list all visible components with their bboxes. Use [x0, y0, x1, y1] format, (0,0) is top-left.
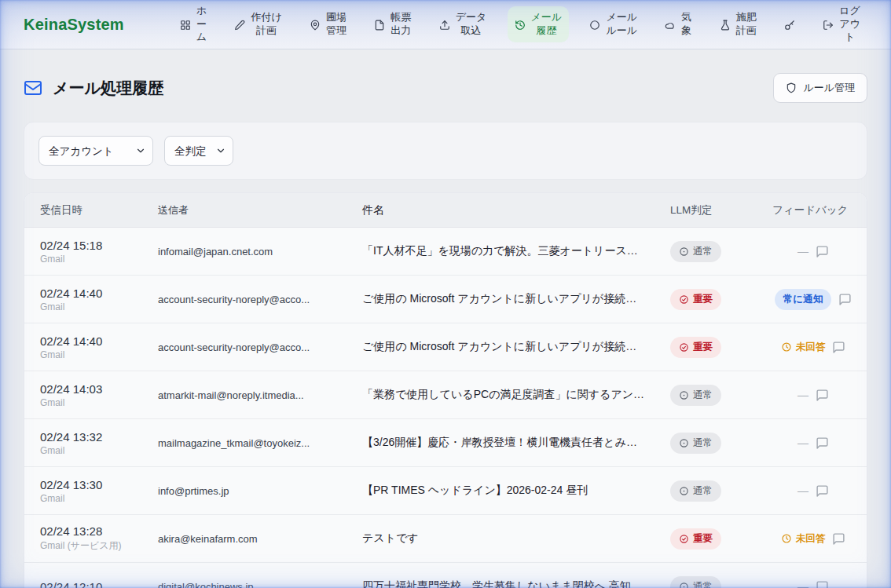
judgment-label: 重要 [693, 293, 713, 306]
llm-judgment-badge: 通常 [670, 433, 721, 454]
judgment-filter-select[interactable]: 全判定 [164, 136, 233, 166]
nav-item-label: 帳票 出力 [390, 11, 411, 38]
judgment-icon [679, 390, 689, 400]
header-feedback: フィードバック [757, 203, 867, 217]
mail-subject: 「業務で使用しているPCの満足度調査」に関するアンケート ≪... [346, 388, 654, 402]
map-pin-icon [310, 17, 321, 31]
nav-item-label: 作付け 計画 [251, 11, 281, 38]
sender-email: digital@kochinews.jp [142, 581, 346, 588]
sender-email: akira@keinafarm.com [142, 533, 346, 545]
comment-icon[interactable] [832, 532, 845, 546]
mail-subject: ご使用の Microsoft アカウントに新しいアプリが接続されました [346, 340, 654, 354]
mail-subject: テストです [346, 531, 654, 546]
main-content: メール処理履歴 ルール管理 全アカウント 全判定 受信日時 送信者 件名 LLM… [0, 49, 891, 588]
comment-icon[interactable] [816, 436, 829, 450]
clock-icon [781, 341, 792, 352]
table-row[interactable]: 02/24 13:30 Gmail info@prtimes.jp 【PR TI… [24, 467, 867, 515]
account-label: Gmail [40, 445, 142, 456]
feedback-unanswered-label: 未回答 [796, 532, 826, 546]
filter-bar: 全アカウント 全判定 [24, 122, 867, 180]
feedback-empty: — [798, 484, 808, 497]
pencil-icon [234, 17, 245, 31]
judgment-icon [679, 582, 689, 588]
judgment-icon [679, 438, 689, 448]
received-datetime: 02/24 13:28 [40, 524, 142, 538]
nav-item-field-management[interactable]: 圃場 管理 [302, 6, 354, 42]
judgment-icon [679, 247, 689, 257]
feedback-empty: — [798, 245, 808, 257]
judgment-label: 通常 [693, 436, 713, 450]
judgment-label: 通常 [693, 245, 713, 258]
table-row[interactable]: 02/24 14:03 Gmail atmarkit-mail@noreply.… [24, 371, 867, 419]
nav-item-weather[interactable]: 気 象 [658, 6, 698, 42]
comment-icon[interactable] [816, 245, 829, 258]
received-datetime: 02/24 12:10 [40, 580, 142, 588]
nav-item-planting-plan[interactable]: 作付け 計画 [227, 6, 288, 42]
mail-subject: ご使用の Microsoft アカウントに新しいアプリが接続されました [346, 292, 654, 306]
grid-icon [180, 17, 191, 31]
nav-item-label: メール 履歴 [531, 11, 563, 38]
feedback-empty: — [798, 580, 808, 588]
feedback-unanswered-label: 未回答 [796, 341, 826, 354]
mail-subject: 四万十福祉専門学校、学生募集しないまま閉校へ 高知県... [346, 579, 654, 588]
nav-item-home[interactable]: ホ ー ム [173, 2, 214, 46]
judgment-icon [679, 486, 689, 496]
nav-item-data-import[interactable]: データ 取込 [432, 6, 494, 42]
table-row[interactable]: 02/24 13:32 Gmail mailmagazine_tkmail@to… [24, 419, 867, 467]
received-datetime: 02/24 13:30 [40, 478, 142, 491]
header-subject: 件名 [346, 203, 654, 217]
circle-icon [589, 17, 600, 31]
nav-item-label: メール ルール [606, 11, 637, 38]
received-datetime: 02/24 14:40 [40, 334, 142, 348]
sender-email: atmarkit-mail@noreply.itmedia... [142, 389, 346, 401]
feedback-empty: — [798, 389, 808, 401]
nav-item-report-output[interactable]: 帳票 出力 [367, 6, 418, 42]
account-label: Gmail [40, 397, 142, 408]
brand-logo[interactable]: KeinaSystem [24, 16, 124, 34]
rule-management-button[interactable]: ルール管理 [773, 73, 867, 103]
comment-icon[interactable] [832, 341, 845, 354]
llm-judgment-badge: 通常 [670, 385, 721, 406]
table-header-row: 受信日時 送信者 件名 LLM判定 フィードバック [24, 193, 867, 228]
sender-email: infomail@japan.cnet.com [142, 246, 346, 257]
sender-email: info@prtimes.jp [142, 485, 346, 497]
sender-email: account-security-noreply@acco... [142, 294, 346, 305]
judgment-icon [679, 294, 689, 305]
comment-icon[interactable] [816, 484, 829, 498]
nav-item-mail-rules[interactable]: メール ルール [582, 6, 644, 42]
account-filter-select[interactable]: 全アカウント [38, 136, 153, 166]
sender-email: account-security-noreply@acco... [142, 341, 346, 353]
table-row[interactable]: 02/24 14:40 Gmail account-security-norep… [24, 276, 867, 323]
nav-item-label: データ 取込 [456, 11, 487, 38]
nav-item-mail-history[interactable]: メール 履歴 [508, 6, 570, 42]
received-datetime: 02/24 13:32 [40, 430, 142, 444]
nav-item-logout[interactable]: ログ アウ ト [816, 2, 867, 46]
feedback-unanswered: 未回答 [781, 341, 826, 354]
llm-judgment-badge: 通常 [670, 241, 721, 262]
account-label: Gmail [40, 349, 142, 360]
comment-icon[interactable] [816, 580, 829, 588]
file-icon [374, 17, 385, 31]
table-row[interactable]: 02/24 14:40 Gmail account-security-norep… [24, 323, 867, 371]
table-row[interactable]: 02/24 15:18 Gmail infomail@japan.cnet.co… [24, 228, 867, 276]
main-nav: ホ ー ム 作付け 計画 圃場 管理 帳票 出力 データ 取込 メール 履歴 メ… [173, 2, 867, 46]
shield-icon [786, 82, 797, 93]
feedback-always-badge: 常に通知 [775, 289, 831, 310]
page-title-text: メール処理履歴 [53, 78, 163, 99]
comment-icon[interactable] [816, 389, 829, 402]
nav-item-password[interactable] [777, 13, 802, 36]
header-sender: 送信者 [142, 203, 346, 217]
comment-icon[interactable] [838, 293, 852, 306]
logout-icon [823, 17, 834, 31]
mail-icon [24, 79, 42, 97]
llm-judgment-badge: 通常 [670, 576, 721, 588]
rule-management-label: ルール管理 [803, 81, 855, 95]
mail-subject: 「IT人材不足」を現場の力で解決。三菱オートリース・MS＆AD... [346, 244, 654, 258]
page-title: メール処理履歴 [24, 78, 163, 99]
judgment-label: 通常 [693, 580, 713, 588]
nav-item-label: 気 象 [681, 11, 691, 38]
nav-item-label: ログ アウ ト [839, 5, 860, 45]
table-row[interactable]: 02/24 12:10 digital@kochinews.jp 四万十福祉専門… [24, 563, 867, 588]
table-row[interactable]: 02/24 13:28 Gmail (サービス用) akira@keinafar… [24, 515, 867, 563]
nav-item-fertilization-plan[interactable]: 施肥 計画 [713, 6, 764, 42]
